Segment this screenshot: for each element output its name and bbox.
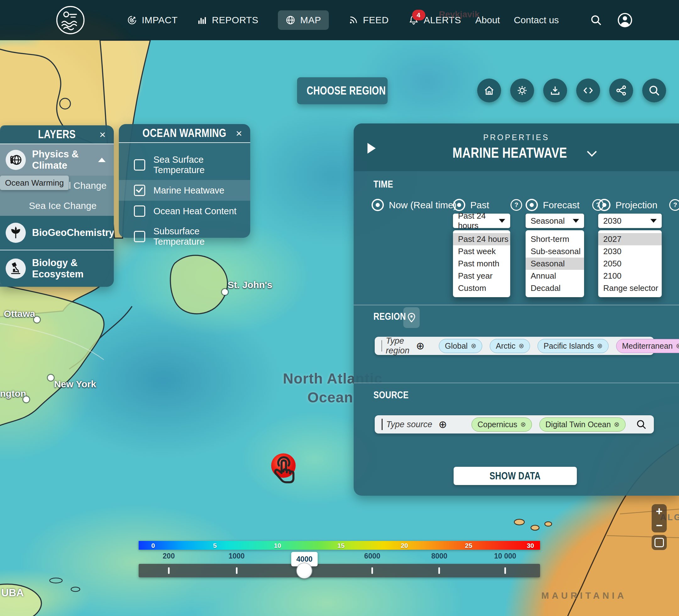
checkbox-checked[interactable]	[134, 185, 145, 196]
bar-chart-icon	[197, 15, 207, 25]
map-city-label: ngton	[0, 388, 26, 399]
close-icon[interactable]: ×	[236, 128, 242, 139]
menu-option[interactable]: Past 24 hours	[453, 233, 510, 245]
menu-option[interactable]: Past year	[453, 270, 510, 282]
nav-item-reports[interactable]: REPORTS	[197, 15, 258, 26]
menu-option[interactable]: Short-term	[526, 233, 584, 245]
menu-option[interactable]: Sub-seasonal	[526, 245, 584, 258]
menu-option[interactable]: Past week	[453, 245, 510, 258]
checkbox-row-marine-heatwave[interactable]: Marine Heatwave	[119, 180, 250, 201]
nav-item-label: REPORTS	[212, 15, 258, 26]
menu-option[interactable]: Range selector	[598, 282, 662, 294]
chip-remove-icon[interactable]: ⊗	[471, 342, 477, 350]
nav-icons	[590, 0, 633, 40]
zoom-out-button[interactable]: −	[656, 520, 662, 531]
chip-arctic[interactable]: Arctic ⊗	[490, 339, 530, 353]
ocean-warming-list: Sea Surface Temperature Marine Heatwave …	[119, 143, 250, 255]
menu-option[interactable]: Decadal	[526, 282, 584, 294]
properties-title-row[interactable]: MARINE HEATWAVE	[354, 144, 679, 161]
chip-mediterranean[interactable]: Mediterranean ⊗	[616, 339, 679, 353]
source-section-label: SOURCE	[374, 389, 409, 401]
radio-selected-icon[interactable]	[526, 199, 538, 211]
layer-item-ocean-warming[interactable]: Ocean Warming	[0, 176, 69, 190]
menu-option[interactable]: 2030	[598, 245, 662, 258]
checkbox-unchecked[interactable]	[134, 205, 145, 217]
radio-selected-icon[interactable]	[371, 199, 384, 211]
menu-option[interactable]: 2050	[598, 258, 662, 270]
help-icon[interactable]: ?	[669, 199, 679, 211]
checkbox-row-sea-surface-temperature[interactable]: Sea Surface Temperature	[119, 150, 250, 180]
download-button[interactable]	[543, 78, 567, 102]
code-button[interactable]	[576, 78, 600, 102]
extent-button[interactable]	[652, 535, 667, 550]
forecast-range-select[interactable]: Seasonal	[526, 214, 584, 228]
menu-option[interactable]: 2027	[598, 233, 662, 245]
time-mode-now[interactable]: Now (Real time)	[371, 199, 456, 211]
source-search-input[interactable]: Type source ⊕ Copernicus ⊗ Digital Twin …	[375, 415, 654, 434]
settings-button[interactable]	[510, 78, 534, 102]
radio-selected-icon[interactable]	[453, 199, 465, 211]
nav-link-contact[interactable]: Contact us	[514, 15, 559, 26]
layer-group-physics-climate[interactable]: Physics & Climate	[0, 144, 114, 176]
layer-group-biology-ecosystem[interactable]: Biology & Ecosystem	[0, 250, 114, 287]
close-icon[interactable]: ×	[99, 129, 106, 140]
layer-groups-bottom: BioGeoChemistry Biology & Ecosystem	[0, 216, 114, 287]
projection-year-select[interactable]: 2030	[598, 214, 662, 228]
time-mode-projection[interactable]: Projection ?	[598, 199, 679, 211]
chip-remove-icon[interactable]: ⊗	[520, 421, 526, 428]
zoom-in-button[interactable]: +	[656, 506, 662, 517]
checkbox-row-subsurface-temperature[interactable]: Subsurface Temperature	[119, 221, 250, 251]
nav-item-impact[interactable]: IMPACT	[127, 15, 177, 26]
depth-slider[interactable]: 200 1000 4000 6000 8000 10 000	[139, 564, 540, 577]
nav-item-map[interactable]: MAP	[278, 10, 329, 30]
chip-remove-icon[interactable]: ⊗	[614, 421, 620, 428]
chip-digital-twin-ocean[interactable]: Digital Twin Ocean ⊗	[540, 417, 625, 432]
past-range-select[interactable]: Past 24 hours	[453, 214, 510, 228]
chip-remove-icon[interactable]: ⊗	[597, 342, 603, 350]
layer-group-biogeochemistry[interactable]: BioGeoChemistry	[0, 216, 114, 250]
user-account-icon[interactable]	[617, 12, 633, 28]
chevron-up-icon[interactable]	[98, 158, 106, 162]
checkbox-unchecked[interactable]	[134, 231, 145, 242]
app-logo[interactable]	[55, 5, 86, 35]
depth-tick-label: 10 000	[494, 552, 516, 560]
chip-global[interactable]: Global ⊗	[439, 339, 482, 353]
checkbox-row-ocean-heat-content[interactable]: Ocean Heat Content	[119, 201, 250, 221]
choose-region-button[interactable]: CHOOSE REGION	[297, 77, 388, 104]
depth-slider-handle[interactable]	[297, 563, 312, 578]
share-button[interactable]	[609, 78, 633, 102]
menu-option[interactable]: Seasonal	[526, 258, 584, 270]
region-pin-button[interactable]	[403, 307, 420, 328]
search-icon[interactable]	[590, 14, 602, 26]
menu-option[interactable]: Annual	[526, 270, 584, 282]
menu-option[interactable]: Past month	[453, 258, 510, 270]
time-mode-forecast[interactable]: Forecast ?	[526, 199, 604, 211]
radio-selected-icon[interactable]	[598, 199, 611, 211]
menu-option[interactable]: 2100	[598, 270, 662, 282]
select-value: Seasonal	[530, 216, 564, 226]
chip-copernicus[interactable]: Copernicus ⊗	[472, 417, 532, 432]
checkbox-unchecked[interactable]	[134, 159, 145, 171]
nav-item-feed[interactable]: FEED	[348, 15, 389, 26]
chip-remove-icon[interactable]: ⊗	[519, 342, 524, 350]
region-search-input[interactable]: Type region ⊕ Global ⊗ Arctic ⊗ Pacific …	[375, 337, 654, 355]
map-search-button[interactable]	[642, 78, 666, 102]
ocean-warming-title: OCEAN WARMING	[143, 127, 227, 140]
choose-region-label: CHOOSE REGION	[306, 84, 386, 97]
map-city-dot	[34, 317, 40, 322]
search-icon[interactable]	[636, 419, 647, 430]
add-source-icon[interactable]: ⊕	[439, 419, 447, 430]
home-button[interactable]	[477, 78, 501, 102]
layer-item-sea-ice-change[interactable]: Sea Ice Change	[0, 196, 114, 216]
temperature-tick: 10	[274, 542, 281, 549]
time-mode-past[interactable]: Past ?	[453, 199, 522, 211]
help-icon[interactable]: ?	[511, 199, 522, 211]
chip-pacific-islands[interactable]: Pacific Islands ⊗	[538, 339, 608, 353]
nav-links: About Contact us	[475, 0, 559, 40]
show-data-button[interactable]: SHOW DATA	[454, 467, 577, 485]
menu-option[interactable]: Custom	[453, 282, 510, 294]
temperature-tick: 0	[151, 542, 155, 549]
region-chips: Global ⊗ Arctic ⊗ Pacific Islands ⊗ Medi…	[439, 339, 679, 353]
add-region-icon[interactable]: ⊕	[416, 341, 425, 351]
chip-remove-icon[interactable]: ⊗	[676, 342, 679, 350]
